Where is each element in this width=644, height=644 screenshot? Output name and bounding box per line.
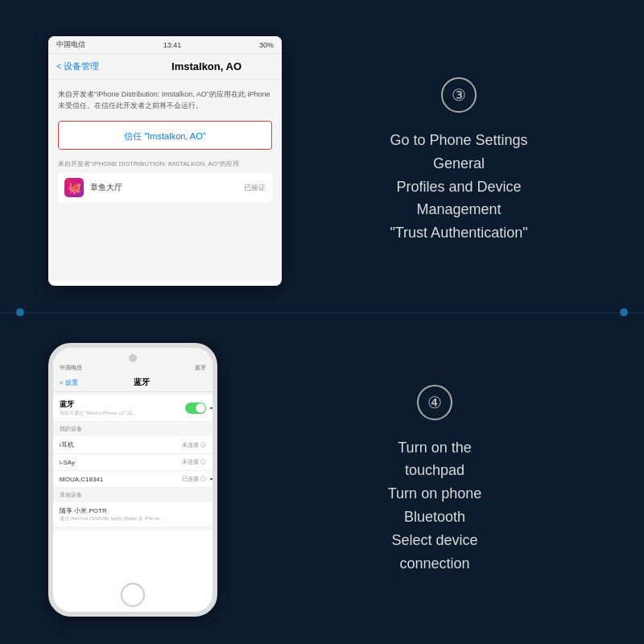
- device-status-1: 未连接 ⓘ: [182, 441, 206, 449]
- dot-right: [620, 308, 628, 316]
- phone-inner: 中国电信 蓝牙 < 设置 蓝牙 蓝牙 现在可通过 "Mark's iPhone …: [53, 348, 213, 612]
- step-line-2: General: [322, 152, 596, 175]
- ble-list: 蓝牙 现在可通过 "Mark's iPhone 12" 以... 我的设备 i耳…: [53, 392, 213, 530]
- back-button[interactable]: < 设备管理: [56, 60, 99, 72]
- step-b-line-3: Turn on phone: [274, 482, 596, 506]
- device-name-2: i-SAy: [60, 459, 75, 466]
- ble-device-1[interactable]: i耳机 未连接 ⓘ: [53, 436, 213, 454]
- step-b-line-6: connection: [274, 552, 596, 576]
- nav-title: Imstalkon, AO: [171, 60, 242, 72]
- nav-bar-top: < 设备管理 Imstalkon, AO: [48, 54, 282, 80]
- verified-status: 已验证: [244, 183, 266, 193]
- bottom-section: 中国电信 蓝牙 < 设置 蓝牙 蓝牙 现在可通过 "Mark's iPhone …: [0, 314, 644, 644]
- battery: 30%: [259, 41, 274, 49]
- back-button-bottom[interactable]: < 设置: [60, 378, 78, 387]
- device-status-3: 已连接 ⓘ: [182, 475, 206, 483]
- ble-device-3[interactable]: MOUA,C18341 已连接 ⓘ: [53, 471, 213, 488]
- step-line-4: Management: [322, 198, 596, 221]
- phone-content-top: 来自开发者"iPhone Distribution: Imstalkon, AO…: [48, 80, 282, 281]
- phone-screenshot-bottom: 中国电信 蓝牙 < 设置 蓝牙 蓝牙 现在可通过 "Mark's iPhone …: [48, 343, 217, 617]
- carrier-bottom: 中国电信: [60, 364, 82, 372]
- status-bar-top: 中国电信 13:41 30%: [48, 36, 282, 54]
- time: 13:41: [163, 41, 182, 49]
- arrow-indicator: [210, 407, 213, 409]
- ble-toggle-row: 蓝牙 现在可通过 "Mark's iPhone 12" 以...: [53, 395, 213, 422]
- carrier: 中国电信: [56, 39, 85, 50]
- ble-toggle-sub: 现在可通过 "Mark's iPhone 12" 以...: [60, 410, 136, 417]
- my-devices-header: 我的设备: [53, 422, 213, 436]
- device-name-1: i耳机: [60, 440, 74, 449]
- step-b-line-5: Select device: [274, 529, 596, 552]
- step-text-top: Go to Phone Settings General Profiles an…: [322, 129, 596, 245]
- step-line-5: "Trust Authentication": [322, 221, 596, 245]
- nav-bar-bottom: < 设置 蓝牙: [53, 374, 213, 392]
- trust-button[interactable]: 信任 "Imstalkon, AO": [58, 121, 272, 150]
- step-b-line-1: Turn on the: [274, 436, 596, 460]
- other-devices-header: 其他设备: [53, 488, 213, 502]
- nav-title-bottom: 蓝牙: [134, 377, 150, 388]
- camera-notch: [129, 354, 137, 362]
- top-section: 中国电信 13:41 30% < 设备管理 Imstalkon, AO 来自开发…: [0, 0, 644, 314]
- step-number-top: ③: [441, 77, 477, 113]
- app-row: 🐙 章鱼大厅 已验证: [58, 173, 272, 202]
- dot-left: [16, 308, 24, 316]
- step-number-bottom: ④: [417, 385, 452, 420]
- step-b-line-2: touchpad: [274, 459, 596, 482]
- ble-status-label: 蓝牙: [195, 364, 206, 372]
- device-status-2: 未连接 ⓘ: [182, 458, 206, 466]
- step-text-bottom: Turn on the touchpad Turn on phone Bluet…: [274, 436, 596, 576]
- device-name-3: MOUA,C18341: [60, 476, 103, 483]
- divider-line: [0, 312, 644, 313]
- home-button[interactable]: [121, 583, 145, 607]
- other-device-sub: 通过 WeChat (32982B) Apply Wallet 从 iPhone…: [60, 515, 163, 522]
- step-line-3: Profiles and Device: [322, 175, 596, 199]
- trust-button-label: 信任 "Imstalkon, AO": [124, 131, 205, 141]
- app-section-label: 来自开发者"IPHONE DISTRIBUTION: IMSTALKON, AO…: [58, 159, 272, 168]
- app-name: 章鱼大厅: [90, 182, 244, 193]
- step-b-line-4: Bluetooth: [274, 506, 596, 529]
- ble-toggle-label: 蓝牙: [60, 399, 136, 410]
- app-icon: 🐙: [64, 178, 84, 197]
- ble-device-2[interactable]: i-SAy 未连接 ⓘ: [53, 454, 213, 471]
- ble-other-device[interactable]: 随享 小米 POTR 通过 WeChat (32982B) Apply Wall…: [53, 502, 213, 527]
- arrow-indicator-2: [210, 478, 213, 480]
- step-info-top: ③ Go to Phone Settings General Profiles …: [282, 61, 620, 261]
- step-info-bottom: ④ Turn on the touchpad Turn on phone Blu…: [217, 369, 620, 592]
- phone-screenshot-top: 中国电信 13:41 30% < 设备管理 Imstalkon, AO 来自开发…: [48, 36, 282, 286]
- trust-description: 来自开发者"iPhone Distribution: Imstalkon, AO…: [58, 89, 272, 111]
- other-device-name: 随享 小米 POTR: [60, 506, 163, 515]
- step-line-1: Go to Phone Settings: [322, 129, 596, 152]
- ble-toggle[interactable]: [185, 402, 206, 414]
